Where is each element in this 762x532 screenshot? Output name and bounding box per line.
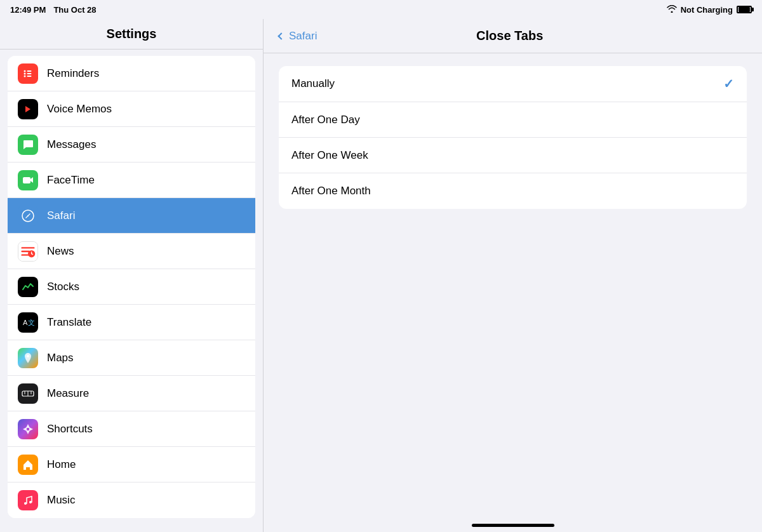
news-icon [18, 241, 38, 262]
svg-point-18 [24, 502, 27, 505]
option-manually-label: Manually [291, 77, 335, 90]
music-label: Music [47, 494, 75, 507]
home-label: Home [47, 458, 76, 471]
messages-icon [18, 135, 38, 155]
left-panel: Settings Reminders [0, 19, 264, 532]
facetime-icon [18, 170, 38, 190]
checkmark-icon: ✓ [723, 76, 734, 91]
sidebar-item-reminders[interactable]: Reminders [8, 56, 255, 91]
right-panel: Safari Close Tabs Manually ✓ After One D… [264, 19, 762, 532]
sidebar-item-maps[interactable]: Maps [8, 340, 255, 376]
wifi-icon [667, 5, 677, 15]
maps-label: Maps [47, 352, 74, 364]
option-after-one-day-label: After One Day [291, 114, 360, 126]
sidebar-item-safari[interactable]: Safari [8, 198, 255, 234]
svg-point-1 [24, 72, 26, 74]
safari-label: Safari [47, 209, 75, 222]
translate-label: Translate [47, 316, 91, 329]
facetime-label: FaceTime [47, 174, 95, 187]
sidebar-item-translate[interactable]: A 文 Translate [8, 305, 255, 340]
shortcuts-label: Shortcuts [47, 423, 93, 436]
safari-icon [18, 206, 38, 226]
option-manually[interactable]: Manually ✓ [279, 66, 747, 102]
battery-icon [737, 6, 752, 13]
sidebar-item-news[interactable]: News [8, 234, 255, 269]
main-layout: Settings Reminders [0, 19, 762, 532]
stocks-icon [18, 277, 38, 297]
option-after-one-week-label: After One Week [291, 149, 368, 162]
news-label: News [47, 245, 74, 258]
svg-rect-3 [27, 70, 32, 72]
sidebar-item-messages[interactable]: Messages [8, 127, 255, 163]
sidebar-item-shortcuts[interactable]: Shortcuts [8, 411, 255, 447]
sidebar-item-facetime[interactable]: FaceTime [8, 163, 255, 198]
status-bar: 12:49 PM Thu Oct 28 Not Charging [0, 0, 762, 19]
home-bar [472, 524, 554, 527]
svg-point-2 [24, 75, 26, 77]
voice-memos-icon [18, 99, 38, 119]
option-after-one-week[interactable]: After One Week [279, 138, 747, 173]
svg-point-19 [29, 501, 32, 503]
sidebar-item-measure[interactable]: Measure [8, 376, 255, 411]
date-display: Thu Oct 28 [53, 5, 96, 15]
back-label: Safari [289, 30, 317, 43]
shortcuts-icon [18, 419, 38, 439]
not-charging-label: Not Charging [681, 5, 733, 15]
status-bar-left: 12:49 PM Thu Oct 28 [10, 5, 97, 15]
measure-label: Measure [47, 387, 89, 400]
svg-rect-4 [27, 73, 32, 74]
messages-label: Messages [47, 138, 96, 151]
status-bar-right: Not Charging [667, 5, 752, 15]
settings-list: Reminders Voice Memos [8, 56, 255, 518]
left-header: Settings [0, 19, 263, 50]
option-after-one-day[interactable]: After One Day [279, 102, 747, 138]
settings-title: Settings [10, 27, 253, 41]
voice-memos-label: Voice Memos [47, 103, 112, 116]
svg-rect-5 [27, 76, 32, 77]
option-after-one-month[interactable]: After One Month [279, 173, 747, 209]
svg-text:A: A [23, 319, 28, 326]
svg-text:文: 文 [28, 319, 34, 326]
svg-point-0 [24, 70, 26, 72]
option-after-one-month-label: After One Month [291, 185, 371, 197]
maps-icon [18, 348, 38, 368]
time-display: 12:49 PM [10, 5, 46, 15]
svg-point-13 [27, 355, 29, 357]
sidebar-item-stocks[interactable]: Stocks [8, 269, 255, 305]
chevron-left-icon [277, 32, 284, 39]
home-icon [18, 455, 38, 475]
right-content: Manually ✓ After One Day After One Week … [264, 53, 762, 519]
sidebar-item-music[interactable]: Music [8, 482, 255, 518]
reminders-icon [18, 63, 38, 84]
translate-icon: A 文 [18, 312, 38, 333]
right-header: Safari Close Tabs [264, 19, 762, 53]
measure-icon [18, 383, 38, 404]
music-icon [18, 490, 38, 510]
settings-list-wrap: Reminders Voice Memos [0, 50, 263, 524]
options-card: Manually ✓ After One Day After One Week … [279, 66, 747, 209]
sidebar-item-home[interactable]: Home [8, 447, 255, 482]
back-button[interactable]: Safari [279, 30, 317, 43]
svg-rect-6 [23, 177, 30, 183]
stocks-label: Stocks [47, 281, 79, 293]
svg-point-8 [27, 215, 29, 216]
page-title: Close Tabs [317, 29, 702, 43]
reminders-label: Reminders [47, 67, 99, 80]
home-indicator [264, 519, 762, 532]
sidebar-item-voice-memos[interactable]: Voice Memos [8, 91, 255, 127]
